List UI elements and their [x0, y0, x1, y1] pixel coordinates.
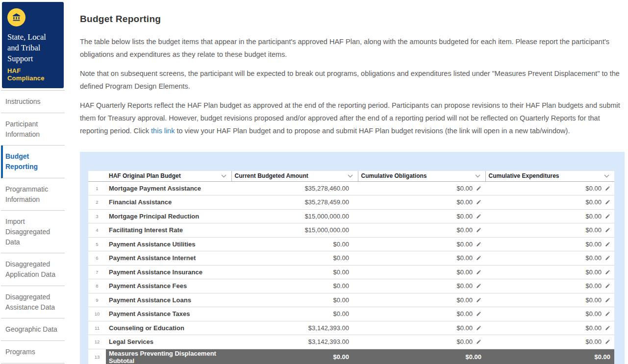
brand-subtitle: HAF Compliance: [7, 67, 59, 82]
budget-item-name: Payment Assistance Utilities: [106, 237, 231, 251]
edit-icon[interactable]: [605, 311, 610, 316]
chevron-down-icon[interactable]: [475, 174, 480, 178]
edit-icon[interactable]: [476, 214, 481, 219]
budget-item-name: Measures Preventing Displacement Subtota…: [106, 349, 231, 364]
cumulative-obligations: $0.00: [358, 237, 485, 251]
cumulative-obligations-value: $0.00: [456, 324, 473, 332]
cumulative-obligations: $0.00: [358, 209, 485, 223]
edit-icon[interactable]: [605, 242, 610, 247]
edit-icon[interactable]: [605, 227, 610, 233]
edit-icon[interactable]: [476, 297, 481, 303]
row-number: 13: [88, 349, 106, 364]
edit-icon[interactable]: [605, 297, 610, 303]
edit-icon[interactable]: [476, 242, 481, 247]
cumulative-obligations: $0.00: [358, 335, 485, 349]
budget-item-name: Legal Services: [106, 335, 231, 349]
edit-icon[interactable]: [476, 325, 481, 331]
sidebar-item-geographic-data[interactable]: Geographic Data: [1, 318, 65, 341]
cumulative-obligations-value: $0.00: [456, 226, 473, 234]
chevron-down-icon[interactable]: [221, 174, 226, 178]
edit-icon[interactable]: [605, 214, 610, 219]
cumulative-obligations-value: $0.00: [456, 338, 473, 345]
column-header-haf-original-plan-budget: HAF Original Plan Budget: [106, 171, 231, 181]
edit-icon[interactable]: [476, 227, 481, 233]
budget-item-name: Payment Assistance Fees: [106, 279, 231, 293]
row-number-column-header: [88, 171, 106, 181]
current-budgeted-amount: $35,278,459.00: [231, 195, 358, 210]
budget-item-name: Payment Assistance Loans: [106, 293, 231, 307]
current-budgeted-amount-value: $0.00: [333, 310, 349, 317]
edit-icon[interactable]: [605, 255, 610, 261]
sidebar-item-programs[interactable]: Programs: [1, 341, 65, 364]
budget-item-name: Facilitating Interest Rate: [106, 223, 231, 238]
cumulative-expenditures: $0.00: [485, 223, 614, 238]
edit-icon[interactable]: [476, 339, 481, 344]
cumulative-expenditures: $0.00: [485, 181, 614, 195]
edit-icon[interactable]: [476, 269, 481, 275]
row-number: 6: [88, 251, 106, 266]
edit-icon[interactable]: [605, 186, 610, 191]
edit-icon[interactable]: [605, 199, 610, 205]
current-budgeted-amount: $15,000,000.00: [231, 209, 358, 223]
edit-icon[interactable]: [605, 269, 610, 275]
chevron-down-icon[interactable]: [348, 174, 353, 178]
haf-plan-budget-link[interactable]: this link: [151, 127, 175, 135]
intro-paragraph: The table below lists the budget items t…: [80, 35, 625, 61]
cumulative-expenditures-value: $0.00: [585, 324, 602, 332]
row-number: 10: [88, 307, 106, 321]
cumulative-expenditures: $0.00: [485, 279, 614, 293]
current-budgeted-amount: $3,142,393.00: [231, 321, 358, 335]
cumulative-expenditures-value: $0.00: [585, 268, 602, 276]
budget-item-name: Payment Assistance Internet: [106, 251, 231, 266]
cumulative-expenditures: $0.00: [485, 335, 614, 349]
current-budgeted-amount: $0.00: [231, 279, 358, 293]
sidebar-item-disaggregated-application-data[interactable]: Disaggregated Application Data: [1, 253, 65, 286]
sidebar-item-budget-reporting[interactable]: Budget Reporting: [1, 146, 65, 178]
cumulative-obligations-value: $0.00: [465, 353, 481, 361]
cumulative-obligations: $0.00: [358, 321, 485, 335]
cumulative-expenditures: $0.00: [485, 307, 614, 321]
column-header-label: Cumulative Expenditures: [489, 172, 559, 179]
brand-title: State, Local and Tribal Support: [7, 32, 59, 64]
row-number: 2: [88, 195, 106, 210]
current-budgeted-amount-value: $0.00: [333, 241, 349, 248]
budget-item-name: Payment Assistance Insurance: [106, 265, 231, 279]
sidebar-item-participant-information[interactable]: Participant Information: [1, 113, 65, 146]
edit-icon[interactable]: [605, 339, 610, 344]
edit-icon[interactable]: [476, 186, 481, 191]
edit-icon[interactable]: [605, 325, 610, 331]
cumulative-expenditures: $0.00: [485, 209, 614, 223]
current-budgeted-amount: $35,278,460.00: [231, 181, 358, 195]
budget-row: 6Payment Assistance Internet$0.00$0.00$0…: [88, 251, 614, 266]
cumulative-obligations-value: $0.00: [456, 185, 473, 192]
current-budgeted-amount: $0.00: [231, 251, 358, 266]
cumulative-obligations: $0.00: [358, 307, 485, 321]
sidebar-item-programmatic-information[interactable]: Programmatic Information: [1, 178, 65, 211]
main-content: Budget Reporting The table below lists t…: [80, 0, 625, 364]
cumulative-expenditures-value: $0.00: [585, 241, 602, 248]
budget-item-name: Financial Assistance: [106, 195, 231, 210]
edit-icon[interactable]: [476, 311, 481, 316]
current-budgeted-amount: $3,142,393.00: [231, 335, 358, 349]
current-budgeted-amount: $0.00: [231, 293, 358, 307]
cumulative-expenditures: $0.00: [485, 349, 614, 364]
edit-icon[interactable]: [476, 283, 481, 289]
cumulative-expenditures-value: $0.00: [585, 296, 602, 304]
sidebar-item-disaggregated-assistance-data[interactable]: Disaggregated Assistance Data: [1, 286, 65, 318]
sidebar-item-import-disaggregated-data[interactable]: Import Disaggregated Data: [1, 211, 65, 253]
edit-icon[interactable]: [476, 199, 481, 205]
edit-icon[interactable]: [476, 255, 481, 261]
cumulative-obligations-value: $0.00: [456, 268, 473, 276]
budget-row: 4Facilitating Interest Rate$15,000,000.0…: [88, 223, 614, 238]
row-number: 5: [88, 237, 106, 251]
budget-row: 8Payment Assistance Fees$0.00$0.00$0.00: [88, 279, 614, 293]
current-budgeted-amount-value: $3,142,393.00: [308, 324, 349, 332]
column-header-label: HAF Original Plan Budget: [109, 172, 181, 179]
row-number: 4: [88, 223, 106, 238]
edit-icon[interactable]: [605, 283, 610, 289]
chevron-down-icon[interactable]: [604, 174, 609, 178]
budget-item-name: Counseling or Education: [106, 321, 231, 335]
sidebar-item-instructions[interactable]: Instructions: [1, 91, 65, 113]
cumulative-expenditures: $0.00: [485, 195, 614, 210]
budget-table-header: HAF Original Plan BudgetCurrent Budgeted…: [88, 171, 614, 181]
